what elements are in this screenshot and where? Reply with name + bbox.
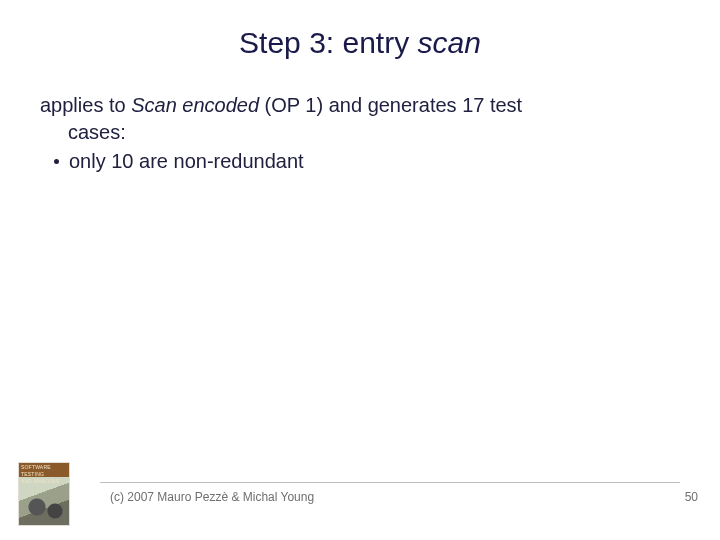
copyright-text: (c) 2007 Mauro Pezzè & Michal Young (110, 490, 314, 504)
bullet-dot-icon (54, 159, 59, 164)
bullet-item: only 10 are non-redundant (40, 148, 680, 175)
footer: (c) 2007 Mauro Pezzè & Michal Young 50 (0, 480, 720, 520)
body-text-a: applies to (40, 94, 131, 116)
body-text-italic: Scan encoded (131, 94, 264, 116)
body-paragraph: applies to Scan encoded (OP 1) and gener… (40, 92, 680, 146)
slide-title: Step 3: entry scan (40, 26, 680, 60)
thumb-line1: SOFTWARE TESTING (21, 464, 51, 477)
footer-divider (100, 482, 680, 483)
body-text-b: (OP 1) and generates 17 test (265, 94, 523, 116)
slide: Step 3: entry scan applies to Scan encod… (0, 0, 720, 540)
bullet-text: only 10 are non-redundant (69, 148, 304, 175)
title-italic: scan (418, 26, 481, 59)
book-thumbnail-title: SOFTWARE TESTING AND ANALYSIS (19, 463, 69, 477)
page-number: 50 (685, 490, 698, 504)
title-prefix: Step 3: entry (239, 26, 417, 59)
slide-body: applies to Scan encoded (OP 1) and gener… (40, 92, 680, 175)
body-text-c: cases: (40, 119, 680, 146)
